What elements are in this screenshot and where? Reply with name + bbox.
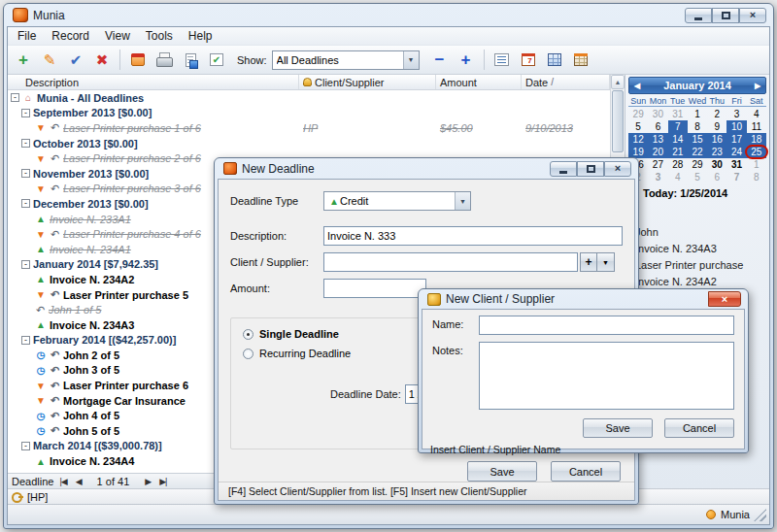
- deadline-dialog-titlebar[interactable]: New Deadline ×: [218, 158, 635, 179]
- calendar-day[interactable]: 5: [628, 120, 648, 133]
- calendar-day[interactable]: 13: [648, 133, 667, 146]
- column-amount[interactable]: Amount: [436, 75, 522, 89]
- calendar-day[interactable]: 31: [726, 158, 746, 171]
- tree-row-root[interactable]: -⌂Munia - All Deadlines: [8, 90, 610, 106]
- print-preview-button[interactable]: [178, 48, 203, 72]
- close-button[interactable]: ×: [708, 291, 741, 307]
- calendar-next-button[interactable]: ▶: [750, 82, 765, 90]
- categories-button[interactable]: [125, 48, 151, 72]
- calendar-day[interactable]: 7: [668, 120, 688, 133]
- calendar-day[interactable]: 25: [747, 146, 766, 158]
- calendar-day[interactable]: 5: [688, 171, 707, 183]
- today-row[interactable]: Today: 1/25/2014: [628, 187, 766, 199]
- view-month-button[interactable]: [542, 48, 567, 72]
- next-record-button[interactable]: ▶: [142, 477, 153, 486]
- confirm-deadline-button[interactable]: ✔: [63, 48, 88, 72]
- client-supplier-input[interactable]: [323, 252, 578, 272]
- calendar-day[interactable]: 6: [648, 120, 667, 133]
- filter-button[interactable]: ✔: [204, 48, 229, 72]
- cancel-button[interactable]: Cancel: [551, 461, 621, 482]
- cancel-button[interactable]: Cancel: [664, 418, 734, 438]
- menu-help[interactable]: Help: [181, 28, 220, 44]
- expand-all-button[interactable]: +: [454, 48, 479, 72]
- calendar-day[interactable]: 29: [688, 158, 707, 171]
- amount-input[interactable]: [323, 279, 426, 298]
- resize-grip[interactable]: [754, 509, 766, 521]
- tree-row-item[interactable]: ▼↶Laser Printer purchase 1 of 6HP$45.009…: [8, 120, 610, 136]
- description-input[interactable]: [323, 226, 623, 246]
- calendar-day[interactable]: 3: [648, 171, 667, 183]
- column-date[interactable]: Date/: [522, 75, 610, 89]
- view-week-button[interactable]: 7: [516, 48, 541, 72]
- print-button[interactable]: [152, 48, 177, 72]
- minimize-button[interactable]: [550, 161, 577, 177]
- close-button[interactable]: ×: [739, 8, 766, 23]
- show-filter-select[interactable]: All Deadlines ▼: [272, 50, 420, 70]
- expander-icon[interactable]: -: [21, 442, 30, 450]
- deadline-type-select[interactable]: ▲ Credit ▼: [323, 191, 471, 211]
- deadline-event[interactable]: John: [635, 224, 766, 241]
- save-button[interactable]: Save: [467, 461, 537, 482]
- main-titlebar[interactable]: Munia ×: [7, 4, 770, 26]
- calendar-day[interactable]: 23: [707, 146, 726, 158]
- calendar-day[interactable]: 15: [688, 133, 707, 146]
- chevron-down-icon[interactable]: ▼: [455, 192, 470, 210]
- menu-file[interactable]: File: [10, 28, 44, 44]
- calendar-day[interactable]: 24: [726, 146, 746, 158]
- view-agenda-button[interactable]: [568, 48, 593, 72]
- menu-tools[interactable]: Tools: [138, 28, 181, 44]
- collapse-all-button[interactable]: −: [427, 48, 453, 72]
- calendar-day[interactable]: 28: [668, 158, 688, 171]
- calendar-day[interactable]: 30: [648, 108, 667, 120]
- calendar-day[interactable]: 12: [628, 133, 648, 146]
- add-client-button[interactable]: +: [580, 252, 597, 272]
- calendar-day[interactable]: 21: [668, 146, 688, 158]
- menu-view[interactable]: View: [97, 28, 138, 44]
- calendar-day[interactable]: 3: [726, 108, 746, 120]
- deadline-event[interactable]: Laser Printer purchase: [635, 257, 766, 274]
- notes-input[interactable]: [479, 342, 734, 410]
- calendar-day[interactable]: 9: [707, 120, 726, 133]
- calendar-day[interactable]: 2: [707, 108, 726, 120]
- calendar-day[interactable]: 8: [688, 120, 707, 133]
- prev-record-button[interactable]: ◀: [73, 477, 84, 486]
- calendar-day[interactable]: 22: [688, 146, 707, 158]
- calendar-day[interactable]: 27: [648, 158, 667, 171]
- name-input[interactable]: [479, 316, 734, 335]
- last-record-button[interactable]: ▶|: [156, 477, 169, 486]
- maximize-button[interactable]: [577, 161, 604, 177]
- expander-icon[interactable]: -: [21, 109, 30, 117]
- calendar-day[interactable]: 1: [747, 158, 766, 171]
- calendar-day[interactable]: 16: [707, 133, 726, 146]
- calendar-day[interactable]: 17: [726, 133, 746, 146]
- calendar-prev-button[interactable]: ◀: [629, 82, 645, 90]
- expander-icon[interactable]: -: [21, 336, 30, 345]
- scroll-thumb[interactable]: [612, 90, 624, 152]
- minimize-button[interactable]: [685, 8, 712, 23]
- calendar-day[interactable]: 4: [747, 108, 766, 120]
- edit-deadline-button[interactable]: ✎: [37, 48, 62, 72]
- calendar-day[interactable]: 29: [628, 108, 648, 120]
- expander-icon[interactable]: -: [21, 169, 30, 178]
- calendar-day[interactable]: 31: [668, 108, 688, 120]
- menu-record[interactable]: Record: [44, 28, 97, 44]
- first-record-button[interactable]: |◀: [56, 477, 69, 486]
- column-client-supplier[interactable]: Client/Supplier: [299, 75, 436, 89]
- tree-row-month[interactable]: -October 2013 [$0.00]: [8, 136, 610, 151]
- calendar-day[interactable]: 7: [726, 171, 746, 183]
- client-dialog-titlebar[interactable]: New Client / Supplier ×: [422, 289, 745, 309]
- calendar-day[interactable]: 30: [707, 158, 726, 171]
- new-deadline-button[interactable]: +: [11, 48, 36, 72]
- delete-deadline-button[interactable]: ✖: [89, 48, 115, 72]
- view-list-button[interactable]: [490, 48, 515, 72]
- expander-icon[interactable]: -: [21, 199, 30, 208]
- calendar-day[interactable]: 20: [648, 146, 667, 158]
- scroll-up-button[interactable]: ▲: [611, 75, 625, 89]
- expander-icon[interactable]: -: [21, 260, 30, 269]
- chevron-down-icon[interactable]: ▼: [403, 51, 419, 69]
- expander-icon[interactable]: -: [21, 139, 30, 148]
- calendar-day[interactable]: 14: [668, 133, 688, 146]
- calendar-day[interactable]: 11: [747, 120, 766, 133]
- client-dropdown-button[interactable]: ▼: [597, 252, 615, 272]
- close-button[interactable]: ×: [604, 161, 631, 177]
